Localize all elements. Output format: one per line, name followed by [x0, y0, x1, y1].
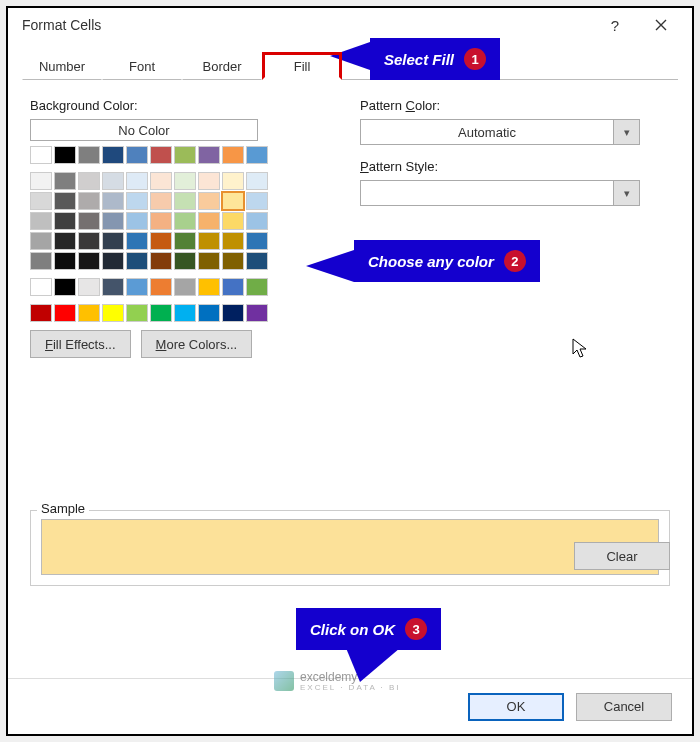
tab-font[interactable]: Font [102, 52, 182, 80]
color-swatch[interactable] [78, 252, 100, 270]
color-swatch[interactable] [150, 304, 172, 322]
color-swatch[interactable] [174, 192, 196, 210]
tab-fill[interactable]: Fill [262, 52, 342, 80]
color-swatch[interactable] [30, 304, 52, 322]
more-colors-button[interactable]: More Colors... [141, 330, 253, 358]
cancel-button[interactable]: Cancel [576, 693, 672, 721]
tab-border[interactable]: Border [182, 52, 262, 80]
color-swatch[interactable] [78, 172, 100, 190]
color-swatch[interactable] [174, 232, 196, 250]
color-swatch[interactable] [54, 146, 76, 164]
color-swatch[interactable] [174, 252, 196, 270]
color-swatch[interactable] [222, 304, 244, 322]
color-swatch[interactable] [246, 192, 268, 210]
color-swatch[interactable] [78, 304, 100, 322]
color-swatch[interactable] [102, 212, 124, 230]
pattern-style-dropdown[interactable]: ▾ [360, 180, 640, 206]
color-swatch[interactable] [30, 252, 52, 270]
fill-effects-button[interactable]: Fill Effects... [30, 330, 131, 358]
color-swatch[interactable] [198, 304, 220, 322]
color-swatch[interactable] [54, 278, 76, 296]
color-swatch[interactable] [30, 232, 52, 250]
color-swatch[interactable] [174, 146, 196, 164]
color-swatch[interactable] [222, 172, 244, 190]
color-swatch[interactable] [222, 232, 244, 250]
color-swatch[interactable] [246, 172, 268, 190]
color-swatch[interactable] [102, 304, 124, 322]
close-button[interactable] [638, 9, 684, 41]
color-swatch[interactable] [222, 252, 244, 270]
color-swatch[interactable] [126, 232, 148, 250]
color-swatch[interactable] [78, 212, 100, 230]
color-swatch[interactable] [30, 278, 52, 296]
color-swatch[interactable] [150, 278, 172, 296]
color-swatch[interactable] [126, 212, 148, 230]
color-swatch[interactable] [222, 146, 244, 164]
color-swatch[interactable] [246, 146, 268, 164]
color-swatch[interactable] [150, 192, 172, 210]
no-color-button[interactable]: No Color [30, 119, 258, 141]
color-swatch[interactable] [30, 192, 52, 210]
color-swatch[interactable] [78, 192, 100, 210]
color-swatch[interactable] [198, 252, 220, 270]
color-swatch[interactable] [198, 232, 220, 250]
color-swatch[interactable] [246, 252, 268, 270]
color-swatch[interactable] [126, 192, 148, 210]
color-swatch[interactable] [102, 278, 124, 296]
color-swatch[interactable] [126, 304, 148, 322]
color-swatch[interactable] [150, 146, 172, 164]
color-swatch[interactable] [150, 252, 172, 270]
color-swatch[interactable] [78, 278, 100, 296]
color-swatch[interactable] [30, 172, 52, 190]
help-button[interactable]: ? [592, 9, 638, 41]
color-swatch[interactable] [222, 192, 244, 210]
color-swatch[interactable] [150, 212, 172, 230]
color-swatch[interactable] [126, 278, 148, 296]
color-swatch[interactable] [54, 304, 76, 322]
color-swatch[interactable] [246, 304, 268, 322]
sample-label: Sample [37, 501, 89, 516]
color-swatch[interactable] [102, 172, 124, 190]
color-swatch[interactable] [102, 252, 124, 270]
color-swatch[interactable] [198, 192, 220, 210]
color-swatch[interactable] [222, 278, 244, 296]
color-swatch[interactable] [246, 278, 268, 296]
color-swatch[interactable] [246, 212, 268, 230]
pattern-style-label: Pattern Style: [360, 159, 640, 174]
color-swatch[interactable] [150, 172, 172, 190]
color-swatch[interactable] [54, 192, 76, 210]
color-swatch[interactable] [54, 252, 76, 270]
color-grid-theme [30, 172, 330, 270]
watermark: exceldemy EXCEL · DATA · BI [274, 670, 401, 692]
pattern-color-dropdown[interactable]: Automatic ▾ [360, 119, 640, 145]
color-swatch[interactable] [174, 172, 196, 190]
color-swatch[interactable] [30, 146, 52, 164]
color-swatch[interactable] [198, 172, 220, 190]
color-swatch[interactable] [198, 278, 220, 296]
color-swatch[interactable] [174, 212, 196, 230]
clear-button[interactable]: Clear [574, 542, 670, 570]
color-swatch[interactable] [54, 232, 76, 250]
color-swatch[interactable] [126, 252, 148, 270]
color-swatch[interactable] [126, 172, 148, 190]
color-swatch[interactable] [198, 146, 220, 164]
color-swatch[interactable] [102, 232, 124, 250]
color-swatch[interactable] [174, 304, 196, 322]
color-swatch[interactable] [126, 146, 148, 164]
color-swatch[interactable] [78, 232, 100, 250]
tab-number[interactable]: Number [22, 52, 102, 80]
watermark-sub: EXCEL · DATA · BI [300, 684, 401, 692]
color-swatch[interactable] [78, 146, 100, 164]
color-swatch[interactable] [102, 192, 124, 210]
color-swatch[interactable] [198, 212, 220, 230]
color-swatch[interactable] [222, 212, 244, 230]
color-swatch[interactable] [30, 212, 52, 230]
color-swatch[interactable] [174, 278, 196, 296]
color-swatch[interactable] [150, 232, 172, 250]
ok-button[interactable]: OK [468, 693, 564, 721]
color-swatch[interactable] [102, 146, 124, 164]
annotation-choose-color: Choose any color2 [354, 240, 540, 282]
color-swatch[interactable] [54, 172, 76, 190]
color-swatch[interactable] [54, 212, 76, 230]
color-swatch[interactable] [246, 232, 268, 250]
